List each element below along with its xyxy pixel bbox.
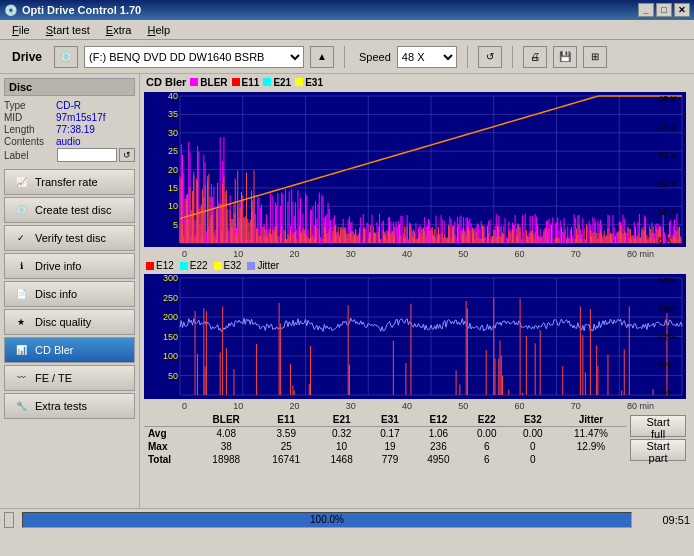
sidebar-item-verify-test-disc[interactable]: ✓ Verify test disc (4, 225, 135, 251)
disc-label-input[interactable] (57, 148, 117, 162)
disc-mid-value: 97m15s17f (56, 112, 105, 123)
upper-yaxis-right-24x: 24 X (658, 179, 692, 189)
legend-dot-e31 (295, 78, 303, 86)
fe-te-icon: 〰 (13, 370, 29, 386)
upper-yaxis-right-48x: 48 X (658, 94, 692, 104)
legend-e32: E32 (214, 260, 242, 271)
xaxis-70: 70 (571, 249, 581, 259)
sidebar-item-create-test-disc[interactable]: 💿 Create test disc (4, 197, 135, 223)
stats-col-e11: E11 (256, 413, 316, 427)
xaxis-30: 30 (346, 249, 356, 259)
app-icon: 💿 (4, 4, 18, 17)
disc-label-row: Label ↺ (4, 148, 135, 162)
drive-select[interactable]: (F:) BENQ DVD DD DW1640 BSRB (84, 46, 304, 68)
stats-table: BLER E11 E21 E31 E12 E22 E32 Jitter Avg … (144, 413, 626, 466)
lower-chart-container: 20% 16% 12% 8% 4% (144, 274, 690, 399)
legend-e21: E21 (263, 77, 291, 88)
stats-avg-label: Avg (144, 427, 196, 441)
time-display: 09:51 (640, 514, 690, 526)
legend-label-e22: E22 (190, 260, 208, 271)
drive-label: Drive (6, 50, 48, 64)
extra-tests-icon: 🔧 (13, 398, 29, 414)
nav-label-verify-test-disc: Verify test disc (35, 232, 106, 244)
legend-label-bler: BLER (200, 77, 227, 88)
sidebar-item-drive-info[interactable]: ℹ Drive info (4, 253, 135, 279)
upper-yaxis-right-16x: 16 X (658, 207, 692, 217)
stats-avg-bler: 4.08 (196, 427, 256, 441)
drive-bar: Drive 💿 (F:) BENQ DVD DD DW1640 BSRB ▲ S… (0, 40, 694, 74)
stats-total-e31: 779 (367, 453, 413, 466)
minimize-button[interactable]: _ (638, 3, 654, 17)
toolbar-btn-2[interactable]: 💾 (553, 46, 577, 68)
toolbar-separator-2 (467, 46, 468, 68)
verify-test-disc-icon: ✓ (13, 230, 29, 246)
start-buttons: Start full Start part (630, 415, 686, 461)
disc-length-row: Length 77:38.19 (4, 124, 135, 135)
stats-max-row: Max 38 25 10 19 236 6 0 12.9% (144, 440, 626, 453)
menu-help[interactable]: Help (139, 22, 178, 38)
menu-file[interactable]: File (4, 22, 38, 38)
nav-label-disc-quality: Disc quality (35, 316, 91, 328)
stats-total-e11: 16741 (256, 453, 316, 466)
stats-avg-e11: 3.59 (256, 427, 316, 441)
stats-avg-e32: 0.00 (510, 427, 556, 441)
sidebar-item-disc-quality[interactable]: ★ Disc quality (4, 309, 135, 335)
legend-label-e12: E12 (156, 260, 174, 271)
close-button[interactable]: ✕ (674, 3, 690, 17)
stats-total-bler: 18988 (196, 453, 256, 466)
menu-extra[interactable]: Extra (98, 22, 140, 38)
menu-start-test[interactable]: Start test (38, 22, 98, 38)
lower-yaxis-right-20: 20% (658, 276, 692, 286)
start-full-button[interactable]: Start full (630, 415, 686, 437)
stats-total-label: Total (144, 453, 196, 466)
stats-max-e11: 25 (256, 440, 316, 453)
legend-jitter: Jitter (247, 260, 279, 271)
lower-yaxis-right-16: 16% (658, 304, 692, 314)
stats-total-jitter (556, 453, 626, 466)
disc-mid-label: MID (4, 112, 56, 123)
stats-max-bler: 38 (196, 440, 256, 453)
drive-eject-btn[interactable]: ▲ (310, 46, 334, 68)
legend-bler: BLER (190, 77, 227, 88)
lower-legend-bar: E12 E22 E32 Jitter (140, 259, 694, 272)
refresh-btn[interactable]: ↺ (478, 46, 502, 68)
transfer-rate-icon: 📈 (13, 174, 29, 190)
toolbar-btn-3[interactable]: ⊞ (583, 46, 607, 68)
progress-text: 100.0% (23, 513, 631, 527)
xaxis-0: 0 (182, 249, 187, 259)
stats-avg-e22: 0.00 (464, 427, 510, 441)
lower-yaxis-right-12: 12% (658, 332, 692, 342)
xaxis-60: 60 (514, 249, 524, 259)
disc-length-label: Length (4, 124, 56, 135)
xaxis-40: 40 (402, 249, 412, 259)
sidebar-item-transfer-rate[interactable]: 📈 Transfer rate (4, 169, 135, 195)
status-window-button[interactable] (4, 512, 14, 528)
upper-yaxis-right-32x: 32 X (658, 150, 692, 160)
speed-select[interactable]: 48 X (397, 46, 457, 68)
status-bar: 100.0% 09:51 (0, 508, 694, 530)
menu-bar: File Start test Extra Help (0, 20, 694, 40)
sidebar-item-extra-tests[interactable]: 🔧 Extra tests (4, 393, 135, 419)
sidebar-item-cd-bler[interactable]: 📊 CD Bler (4, 337, 135, 363)
lower-yaxis-right-4: 4% (658, 387, 692, 397)
disc-contents-label: Contents (4, 136, 56, 147)
progress-bar-container: 100.0% (22, 512, 632, 528)
start-part-button[interactable]: Start part (630, 439, 686, 461)
sidebar-item-disc-info[interactable]: 📄 Disc info (4, 281, 135, 307)
disc-type-value: CD-R (56, 100, 81, 111)
stats-max-label: Max (144, 440, 196, 453)
drive-icon-btn[interactable]: 💿 (54, 46, 78, 68)
lower-chart-canvas (144, 274, 686, 399)
stats-max-e12: 236 (413, 440, 464, 453)
legend-e31: E31 (295, 77, 323, 88)
stats-max-e32: 0 (510, 440, 556, 453)
maximize-button[interactable]: □ (656, 3, 672, 17)
disc-label-refresh-btn[interactable]: ↺ (119, 148, 135, 162)
sidebar-item-fe-te[interactable]: 〰 FE / TE (4, 365, 135, 391)
legend-dot-e12 (146, 262, 154, 270)
toolbar-btn-1[interactable]: 🖨 (523, 46, 547, 68)
lower-xaxis: 0 10 20 30 40 50 60 70 80 min (180, 401, 656, 411)
stats-total-row: Total 18988 16741 1468 779 4950 6 0 (144, 453, 626, 466)
main-area: Disc Type CD-R MID 97m15s17f Length 77:3… (0, 74, 694, 508)
lower-yaxis-right: 20% 16% 12% 8% 4% (658, 274, 692, 399)
